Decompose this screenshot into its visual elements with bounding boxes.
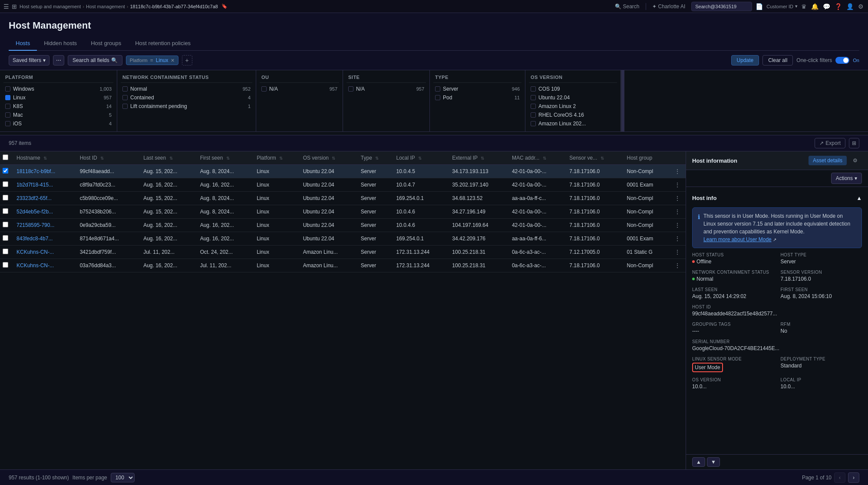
facet-checkbox-cos[interactable] <box>531 86 536 92</box>
one-click-toggle[interactable] <box>835 57 849 64</box>
cell-row-menu[interactable]: ⋮ <box>669 232 686 246</box>
col-select-all[interactable] <box>0 151 12 165</box>
row-context-menu-button[interactable]: ⋮ <box>673 168 681 175</box>
facet-item[interactable]: N/A 957 <box>260 85 339 93</box>
facet-checkbox-k8s[interactable] <box>5 104 10 109</box>
select-all-checkbox[interactable] <box>3 154 8 160</box>
col-first-seen[interactable]: First seen ⇅ <box>196 151 253 165</box>
row-checkbox-cell[interactable] <box>0 165 12 178</box>
facet-checkbox-amazon202[interactable] <box>531 121 536 126</box>
col-os-version[interactable]: OS version ⇅ <box>299 151 356 165</box>
col-local-ip[interactable]: Local IP ⇅ <box>392 151 448 165</box>
row-context-menu-button[interactable]: ⋮ <box>673 181 681 188</box>
facet-checkbox-windows[interactable] <box>5 86 10 92</box>
facet-checkbox-pod[interactable] <box>435 95 440 100</box>
facet-checkbox-ou-na[interactable] <box>261 86 267 92</box>
col-external-ip[interactable]: External IP ⇅ <box>448 151 508 165</box>
facet-item[interactable]: Windows 1,003 <box>3 85 113 93</box>
facet-checkbox-rhel[interactable] <box>531 112 536 118</box>
tab-hosts[interactable]: Hosts <box>9 36 37 51</box>
facet-checkbox-amazon2[interactable] <box>531 104 536 109</box>
row-checkbox-cell[interactable] <box>0 205 12 219</box>
facet-item[interactable]: Amazon Linux 2 <box>529 102 617 111</box>
menu-icon[interactable]: ☰ <box>3 3 9 10</box>
tab-host-retention[interactable]: Host retention policies <box>128 36 198 51</box>
col-sensor-ver[interactable]: Sensor ve... ⇅ <box>565 151 622 165</box>
host-table-container[interactable]: Hostname ⇅ Host ID ⇅ Last seen ⇅ First s… <box>0 151 686 469</box>
doc-icon-button[interactable]: 📄 <box>755 2 764 11</box>
cell-row-menu[interactable]: ⋮ <box>669 259 686 272</box>
facet-item[interactable]: Mac 5 <box>3 111 113 119</box>
tab-hidden-hosts[interactable]: Hidden hosts <box>37 36 84 51</box>
row-checkbox[interactable] <box>3 195 8 200</box>
row-checkbox[interactable] <box>3 222 8 227</box>
saved-filters-button[interactable]: Saved filters ▾ <box>9 55 50 66</box>
row-checkbox[interactable] <box>3 168 8 174</box>
detail-body[interactable]: Host info ▲ ℹ This sensor is in User Mod… <box>686 187 868 454</box>
help-icon-button[interactable]: ❓ <box>834 2 843 11</box>
row-checkbox[interactable] <box>3 208 8 214</box>
settings-icon-button[interactable]: ⚙ <box>857 2 865 11</box>
row-context-menu-button[interactable]: ⋮ <box>673 195 681 202</box>
facet-item[interactable]: N/A 957 <box>347 85 426 93</box>
cell-row-menu[interactable]: ⋮ <box>669 246 686 259</box>
filter-chip-remove-button[interactable]: × <box>171 57 174 63</box>
row-context-menu-button[interactable]: ⋮ <box>673 249 681 256</box>
table-row[interactable]: 72158595-790... 0e9a29cba59... Aug. 16, … <box>0 219 686 232</box>
row-context-menu-button[interactable]: ⋮ <box>673 235 681 242</box>
charlotte-ai-button[interactable]: ✦ Charlotte AI <box>649 3 689 10</box>
row-checkbox-cell[interactable] <box>0 219 12 232</box>
row-checkbox-cell[interactable] <box>0 232 12 246</box>
next-page-button[interactable]: › <box>848 472 859 483</box>
clear-all-button[interactable]: Clear all <box>762 55 793 66</box>
tab-host-groups[interactable]: Host groups <box>84 36 128 51</box>
host-info-section-title[interactable]: Host info ▲ <box>692 192 862 204</box>
row-checkbox[interactable] <box>3 249 8 254</box>
facet-checkbox-mac[interactable] <box>5 112 10 118</box>
breadcrumb-parent[interactable]: Host management <box>86 4 125 9</box>
facet-item[interactable]: COS 109 <box>529 85 617 93</box>
facet-item[interactable]: Pod 11 <box>433 93 521 102</box>
search-all-fields-button[interactable]: Search all fields 🔍 <box>68 55 122 66</box>
cell-row-menu[interactable]: ⋮ <box>669 219 686 232</box>
facet-item[interactable]: Normal 952 <box>121 85 252 93</box>
col-mac-addr[interactable]: MAC addr... ⇅ <box>508 151 565 165</box>
nav-down-button[interactable]: ▼ <box>707 457 720 467</box>
facet-item[interactable]: Amazon Linux 202... <box>529 119 617 128</box>
facet-checkbox-site-na[interactable] <box>348 86 353 92</box>
bell-icon-button[interactable]: 🔔 <box>810 2 819 11</box>
facet-checkbox-ubuntu[interactable] <box>531 95 536 100</box>
export-button[interactable]: ↗ Export <box>815 138 845 148</box>
add-filter-button[interactable]: + <box>182 55 192 66</box>
facet-checkbox-lift-pending[interactable] <box>122 104 128 109</box>
row-checkbox[interactable] <box>3 235 8 241</box>
search-button[interactable]: 🔍 Search <box>611 3 643 10</box>
facet-checkbox-linux[interactable] <box>5 95 10 100</box>
row-checkbox[interactable] <box>3 181 8 187</box>
facet-item[interactable]: Lift containment pending 1 <box>121 102 252 111</box>
facet-item[interactable]: K8S 14 <box>3 102 113 111</box>
row-checkbox-cell[interactable] <box>0 178 12 192</box>
table-row[interactable]: KCKuhns-CN-... 03a76dd84a3... Aug. 16, 2… <box>0 259 686 272</box>
cell-row-menu[interactable]: ⋮ <box>669 165 686 178</box>
col-type[interactable]: Type ⇅ <box>356 151 392 165</box>
grid-toggle-button[interactable]: ⊞ <box>849 138 859 148</box>
prev-page-button[interactable]: ‹ <box>834 472 845 483</box>
row-checkbox-cell[interactable] <box>0 192 12 205</box>
facet-checkbox-server[interactable] <box>435 86 440 92</box>
facet-item[interactable]: Ubuntu 22.04 <box>529 93 617 102</box>
bookmark-icon[interactable]: 🔖 <box>221 3 228 9</box>
facet-checkbox-ios[interactable] <box>5 121 10 126</box>
learn-more-link[interactable]: Learn more about User Mode <box>703 236 772 242</box>
user-icon-button[interactable]: 👤 <box>845 2 855 11</box>
app-grid-icon[interactable]: ⊞ <box>12 3 17 10</box>
message-icon-button[interactable]: 💬 <box>822 2 831 11</box>
col-hostname[interactable]: Hostname ⇅ <box>12 151 76 165</box>
cell-row-menu[interactable]: ⋮ <box>669 178 686 192</box>
breadcrumb-root[interactable]: Host setup and management <box>20 4 81 9</box>
row-checkbox[interactable] <box>3 262 8 268</box>
facet-horizontal-scrollbar[interactable] <box>0 132 868 135</box>
cell-row-menu[interactable]: ⋮ <box>669 192 686 205</box>
table-row[interactable]: KCKuhns-CN-... 3421dbdf759f... Jul. 11, … <box>0 246 686 259</box>
facet-scroll-bar[interactable] <box>621 70 624 131</box>
